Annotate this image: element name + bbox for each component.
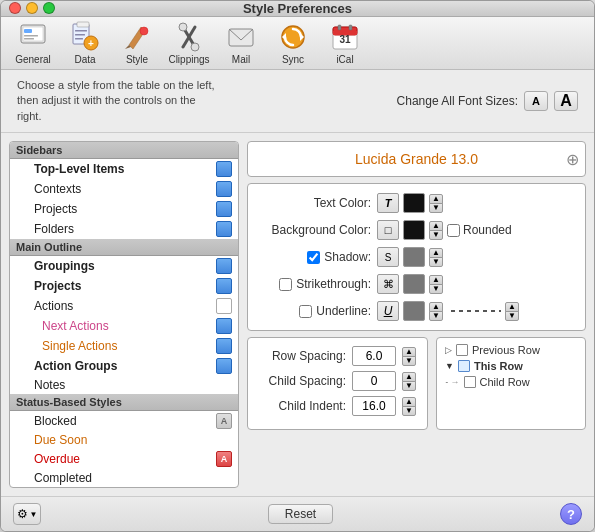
group-sidebars[interactable]: Sidebars <box>10 142 238 159</box>
list-item-action-groups[interactable]: Action Groups <box>10 356 238 376</box>
underline-line-stepper[interactable]: ▲ ▼ <box>505 302 519 321</box>
gear-button[interactable]: ⚙ ▼ <box>13 503 41 525</box>
text-color-well[interactable]: T <box>377 193 399 213</box>
bg-color-down[interactable]: ▼ <box>429 230 443 240</box>
underline-line-group: ▲ ▼ <box>451 302 519 321</box>
list-item-overdue[interactable]: Overdue A <box>10 449 238 469</box>
list-item-projects-sb[interactable]: Projects <box>10 199 238 219</box>
underline-down[interactable]: ▼ <box>429 311 443 321</box>
font-size-controls: Change All Font Sizes: A A <box>397 91 578 111</box>
gear-icon: ⚙ <box>17 507 28 521</box>
list-item-groupings-label: Groupings <box>34 259 95 273</box>
list-item-next-actions-label: Next Actions <box>42 319 109 333</box>
list-item-projects-mo-icon <box>216 278 232 294</box>
maximize-button[interactable] <box>43 2 55 14</box>
list-item-single-actions[interactable]: Single Actions <box>10 336 238 356</box>
help-button[interactable]: ? <box>560 503 582 525</box>
list-item-folders[interactable]: Folders <box>10 219 238 239</box>
child-spacing-down[interactable]: ▼ <box>402 381 416 391</box>
window: Style Preferences General <box>0 0 595 532</box>
list-item-notes[interactable]: Notes <box>10 376 238 394</box>
bg-color-swatch[interactable] <box>403 220 425 240</box>
child-indent-input[interactable]: 16.0 <box>352 396 396 416</box>
toolbar-clippings[interactable]: Clippings <box>167 21 211 65</box>
underline-checkbox[interactable] <box>299 305 312 318</box>
add-style-button[interactable]: ⊕ <box>566 150 579 169</box>
child-indent-stepper[interactable]: ▲ ▼ <box>402 397 416 416</box>
shadow-checkbox[interactable] <box>307 251 320 264</box>
child-spacing-input[interactable]: 0 <box>352 371 396 391</box>
toolbar-mail[interactable]: Mail <box>219 21 263 65</box>
increase-font-button[interactable]: A <box>554 91 578 111</box>
list-item-completed[interactable]: Completed <box>10 469 238 487</box>
group-status-based[interactable]: Status-Based Styles <box>10 394 238 411</box>
strikethrough-checkbox[interactable] <box>279 278 292 291</box>
diagram-this-label: This Row <box>474 360 523 372</box>
toolbar-ical[interactable]: 31 iCal <box>323 21 367 65</box>
list-item-action-groups-icon <box>216 358 232 374</box>
strikethrough-stepper[interactable]: ▲ ▼ <box>429 275 443 294</box>
data-label: Data <box>74 54 95 65</box>
list-item-completed-label: Completed <box>34 471 92 485</box>
underline-line-down[interactable]: ▼ <box>505 311 519 321</box>
list-item-actions-icon <box>216 298 232 314</box>
list-item-blocked-icon: A <box>216 413 232 429</box>
list-item-blocked[interactable]: Blocked A <box>10 411 238 431</box>
svg-rect-25 <box>338 25 341 30</box>
bg-color-group: □ ▲ ▼ Rounded <box>377 220 512 240</box>
shadow-down[interactable]: ▼ <box>429 257 443 267</box>
row-diagram: ▷ Previous Row ▼ This Row ··· → <box>436 337 586 430</box>
svg-rect-2 <box>24 29 32 33</box>
rounded-checkbox[interactable] <box>447 224 460 237</box>
child-spacing-label: Child Spacing: <box>256 374 346 388</box>
text-color-swatch[interactable] <box>403 193 425 213</box>
list-item-due-soon[interactable]: Due Soon <box>10 431 238 449</box>
rounded-checkbox-label: Rounded <box>447 223 512 237</box>
strikethrough-down[interactable]: ▼ <box>429 284 443 294</box>
list-item-actions[interactable]: Actions <box>10 296 238 316</box>
bg-color-stepper[interactable]: ▲ ▼ <box>429 221 443 240</box>
row-spacing-label: Row Spacing: <box>256 349 346 363</box>
minimize-button[interactable] <box>26 2 38 14</box>
underline-well[interactable]: U <box>377 301 399 321</box>
underline-swatch[interactable] <box>403 301 425 321</box>
strikethrough-well[interactable]: ⌘ <box>377 274 399 294</box>
mail-label: Mail <box>232 54 250 65</box>
close-button[interactable] <box>9 2 21 14</box>
toolbar-general[interactable]: General <box>11 21 55 65</box>
list-item-next-actions[interactable]: Next Actions <box>10 316 238 336</box>
list-item-projects-sb-label: Projects <box>34 202 77 216</box>
group-main-outline[interactable]: Main Outline <box>10 239 238 256</box>
text-color-down[interactable]: ▼ <box>429 203 443 213</box>
toolbar-style[interactable]: Style <box>115 21 159 65</box>
strikethrough-swatch[interactable] <box>403 274 425 294</box>
list-item-overdue-icon: A <box>216 451 232 467</box>
underline-dash-preview <box>451 310 501 312</box>
child-indent-row: Child Indent: 16.0 ▲ ▼ <box>256 396 419 416</box>
toolbar-sync[interactable]: Sync <box>271 21 315 65</box>
bg-color-well[interactable]: □ <box>377 220 399 240</box>
svg-rect-17 <box>229 29 253 46</box>
bg-color-row: Background Color: □ ▲ ▼ Rounded <box>256 219 577 241</box>
shadow-well[interactable]: S <box>377 247 399 267</box>
row-spacing-input[interactable]: 6.0 <box>352 346 396 366</box>
right-panel: Lucida Grande 13.0 ⊕ Text Color: T ▲ ▼ <box>247 141 586 488</box>
list-item-top-level[interactable]: Top-Level Items <box>10 159 238 179</box>
shadow-swatch[interactable] <box>403 247 425 267</box>
toolbar-data[interactable]: + Data <box>63 21 107 65</box>
main-area: Sidebars Top-Level Items Contexts Projec… <box>1 133 594 496</box>
underline-stepper[interactable]: ▲ ▼ <box>429 302 443 321</box>
list-item-folders-label: Folders <box>34 222 74 236</box>
list-item-contexts[interactable]: Contexts <box>10 179 238 199</box>
shadow-stepper[interactable]: ▲ ▼ <box>429 248 443 267</box>
svg-rect-9 <box>75 38 83 40</box>
row-spacing-down[interactable]: ▼ <box>402 356 416 366</box>
child-indent-down[interactable]: ▼ <box>402 406 416 416</box>
decrease-font-button[interactable]: A <box>524 91 548 111</box>
list-item-groupings[interactable]: Groupings <box>10 256 238 276</box>
reset-button[interactable]: Reset <box>268 504 333 524</box>
text-color-stepper[interactable]: ▲ ▼ <box>429 194 443 213</box>
child-spacing-stepper[interactable]: ▲ ▼ <box>402 372 416 391</box>
row-spacing-stepper[interactable]: ▲ ▼ <box>402 347 416 366</box>
list-item-projects-mo[interactable]: Projects <box>10 276 238 296</box>
